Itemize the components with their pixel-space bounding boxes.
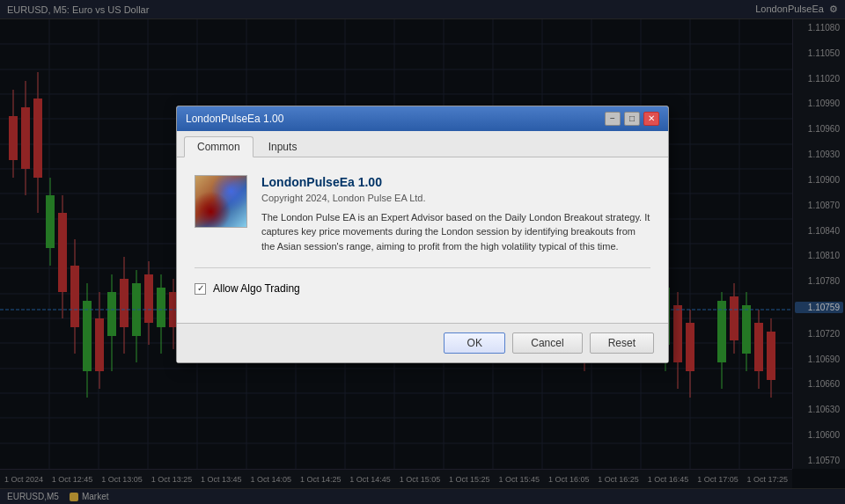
tab-common[interactable]: Common [184, 136, 254, 157]
cancel-button[interactable]: Cancel [512, 332, 582, 354]
algo-trading-row: Allow Algo Trading [195, 282, 650, 295]
ea-header: LondonPulseEa 1.00 Copyright 2024, Londo… [195, 175, 650, 254]
dialog-title: LondonPulseEa 1.00 [186, 113, 283, 125]
algo-trading-checkbox[interactable] [195, 283, 206, 295]
ea-description: The London Pulse EA is an Expert Advisor… [261, 210, 650, 254]
ea-name: LondonPulseEa 1.00 [261, 175, 650, 189]
dialog-footer: OK Cancel Reset [177, 323, 668, 362]
dialog-controls: − □ ✕ [605, 112, 659, 126]
ok-button[interactable]: OK [444, 332, 505, 354]
minimize-button[interactable]: − [605, 112, 621, 126]
separator [195, 267, 650, 268]
dialog-titlebar: LondonPulseEa 1.00 − □ ✕ [177, 106, 668, 131]
maximize-button[interactable]: □ [624, 112, 640, 126]
ea-info: LondonPulseEa 1.00 Copyright 2024, Londo… [261, 175, 650, 254]
ea-properties-dialog: LondonPulseEa 1.00 − □ ✕ Common Inputs [176, 106, 669, 364]
tab-inputs[interactable]: Inputs [255, 136, 311, 157]
ea-image [195, 175, 247, 228]
ea-copyright: Copyright 2024, London Pulse EA Ltd. [261, 193, 650, 203]
close-button[interactable]: ✕ [643, 112, 659, 126]
algo-trading-label: Allow Algo Trading [213, 282, 300, 295]
dialog-body: LondonPulseEa 1.00 Copyright 2024, Londo… [177, 157, 668, 324]
ea-image-inner [195, 176, 246, 227]
reset-button[interactable]: Reset [590, 332, 654, 354]
dialog-tabs: Common Inputs [177, 131, 668, 157]
dialog-overlay: LondonPulseEa 1.00 − □ ✕ Common Inputs [0, 0, 845, 504]
